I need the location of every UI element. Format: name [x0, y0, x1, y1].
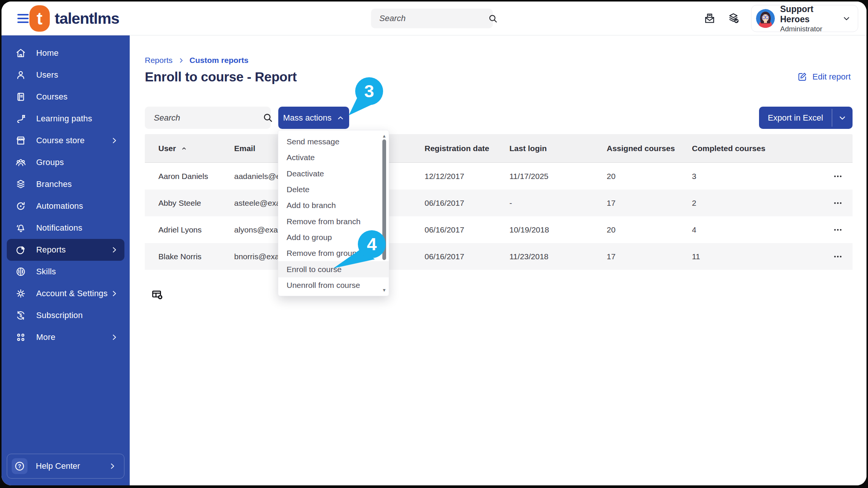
search-icon[interactable]: [488, 14, 498, 24]
reports-icon: [15, 244, 26, 255]
menu-item-activate[interactable]: Activate: [278, 150, 389, 165]
sidebar-item-course-store[interactable]: Course store: [7, 130, 124, 151]
scroll-up-icon[interactable]: ▲: [381, 133, 387, 139]
export-options-toggle[interactable]: [832, 107, 853, 129]
sidebar-item-label: Home: [36, 48, 59, 58]
sidebar-item-account-settings[interactable]: Account & Settings: [7, 283, 124, 304]
column-header-last-login[interactable]: Last login: [509, 144, 607, 153]
menu-item-delete[interactable]: Delete: [278, 182, 389, 197]
sidebar: Home Users Courses Learning paths Course…: [2, 35, 130, 485]
hamburger-menu-icon[interactable]: [17, 14, 29, 23]
sidebar-item-label: Branches: [36, 179, 72, 189]
cell-assigned-courses: 17: [607, 199, 692, 208]
sidebar-item-subscription[interactable]: $ Subscription: [7, 304, 124, 326]
sidebar-item-groups[interactable]: Groups: [7, 151, 124, 173]
sidebar-item-label: Groups: [36, 158, 64, 167]
sidebar-item-reports[interactable]: Reports: [7, 239, 124, 261]
sidebar-item-notifications[interactable]: Notifications: [7, 217, 124, 239]
scroll-down-icon[interactable]: ▼: [381, 288, 387, 293]
table-row[interactable]: Adriel Lyons alyons@exa.c 06/16/2017 10/…: [145, 216, 853, 243]
cell-last-login: 11/23/2018: [509, 252, 607, 261]
breadcrumb-reports[interactable]: Reports: [145, 56, 173, 65]
cell-user: Abby Steele: [145, 199, 234, 208]
table-row[interactable]: Abby Steele asteele@exa. 06/16/2017 - 17…: [145, 190, 853, 216]
menu-item-add-to-branch[interactable]: Add to branch: [278, 197, 389, 213]
cell-registration-date: 12/12/2017: [425, 172, 509, 181]
export-excel-button[interactable]: Export in Excel: [759, 107, 853, 129]
cell-assigned-courses: 20: [607, 225, 692, 234]
user-menu[interactable]: Support Heroes Administrator: [751, 5, 858, 32]
dropdown-scrollbar[interactable]: ▲ ▼: [381, 133, 387, 293]
user-info: Support Heroes Administrator: [780, 4, 842, 33]
menu-item-send-message[interactable]: Send message: [278, 134, 389, 150]
cell-last-login: 10/19/2018: [509, 225, 607, 234]
cell-assigned-courses: 17: [607, 252, 692, 261]
sidebar-item-learning-paths[interactable]: Learning paths: [7, 108, 124, 130]
edit-report-label: Edit report: [813, 72, 851, 82]
topbar: t talentlms: [2, 2, 866, 35]
chevron-right-icon: [110, 246, 118, 254]
help-center[interactable]: ? Help Center: [7, 454, 124, 479]
mass-actions-button[interactable]: Mass actions: [278, 107, 349, 129]
column-header-registration-date[interactable]: Registration date: [425, 144, 509, 153]
sidebar-item-home[interactable]: Home: [7, 42, 124, 64]
sidebar-item-label: Course store: [36, 136, 84, 145]
cell-last-login: -: [509, 199, 607, 208]
row-actions-icon[interactable]: [828, 198, 853, 208]
sidebar-item-more[interactable]: More: [7, 326, 124, 348]
groups-icon: [15, 157, 26, 168]
app-logo[interactable]: t talentlms: [29, 5, 119, 32]
sidebar-item-label: Notifications: [36, 223, 82, 233]
skills-icon: [15, 266, 26, 277]
edit-icon: [797, 72, 807, 82]
column-header-completed-courses[interactable]: Completed courses: [692, 144, 828, 153]
row-actions-icon[interactable]: [828, 252, 853, 262]
chevron-right-icon: [110, 136, 118, 145]
cell-registration-date: 06/16/2017: [425, 199, 509, 208]
menu-item-remove-from-group[interactable]: Remove from group: [278, 245, 389, 261]
menu-item-add-to-group[interactable]: Add to group: [278, 229, 389, 245]
sidebar-item-branches[interactable]: Branches: [7, 173, 124, 195]
menu-item-enroll-to-course[interactable]: Enroll to course: [278, 261, 389, 277]
notifications-icon: [15, 222, 26, 234]
sidebar-item-courses[interactable]: Courses: [7, 86, 124, 108]
sidebar-item-users[interactable]: Users: [7, 64, 124, 86]
scrollbar-thumb[interactable]: [382, 139, 386, 260]
column-header-assigned-courses[interactable]: Assigned courses: [607, 144, 692, 153]
courses-icon: [15, 91, 26, 102]
help-icon: ?: [12, 458, 28, 474]
callout-step-3: 3: [343, 75, 388, 118]
sidebar-item-label: Subscription: [36, 311, 83, 320]
sidebar-item-skills[interactable]: Skills: [7, 261, 124, 283]
breadcrumb-custom-reports[interactable]: Custom reports: [190, 56, 248, 65]
cell-completed-courses: 11: [692, 252, 828, 261]
menu-item-remove-from-branch[interactable]: Remove from branch: [278, 213, 389, 229]
table-search-input[interactable]: [145, 113, 262, 123]
mass-actions-dropdown: Send message Activate Deactivate Delete …: [278, 130, 389, 296]
menu-item-unenroll-from-course[interactable]: Unenroll from course: [278, 277, 389, 293]
global-search: [371, 9, 493, 28]
table-row[interactable]: Blake Norris bnorris@exa. 06/16/2017 11/…: [145, 243, 853, 270]
edit-report-button[interactable]: Edit report: [797, 72, 851, 82]
row-actions-icon[interactable]: [828, 171, 853, 181]
cell-completed-courses: 4: [692, 225, 828, 234]
cell-registration-date: 06/16/2017: [425, 252, 509, 261]
sidebar-item-label: Automations: [36, 201, 83, 211]
sidebar-item-label: Learning paths: [36, 114, 92, 124]
automations-icon: [15, 200, 26, 212]
row-actions-icon[interactable]: [828, 225, 853, 235]
global-search-input[interactable]: [371, 14, 488, 23]
chevron-right-icon: [108, 462, 117, 470]
sort-asc-icon: [181, 145, 187, 152]
search-icon[interactable]: [262, 112, 273, 123]
menu-item-deactivate[interactable]: Deactivate: [278, 166, 389, 182]
learning-paths-icon: [15, 113, 26, 124]
sidebar-item-automations[interactable]: Automations: [7, 195, 124, 217]
column-header-user[interactable]: User: [145, 144, 234, 153]
stack-check-icon[interactable]: [727, 12, 740, 25]
table-row[interactable]: Aaron Daniels aadaniels@e 12/12/2017 11/…: [145, 163, 853, 190]
table-columns-settings-icon[interactable]: [151, 289, 163, 301]
messages-icon[interactable]: [703, 12, 716, 25]
mass-actions-label: Mass actions: [283, 113, 331, 123]
cell-assigned-courses: 20: [607, 172, 692, 181]
